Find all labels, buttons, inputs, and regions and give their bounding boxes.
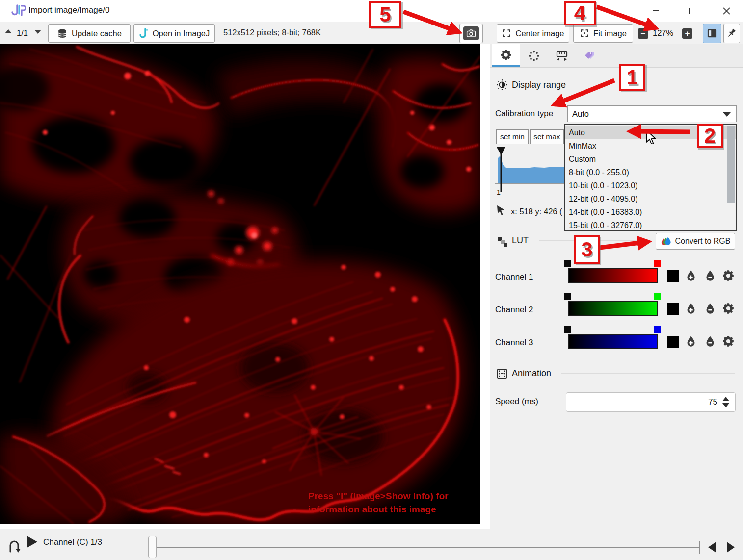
droplet-minus-icon[interactable] — [705, 270, 716, 283]
gear-icon[interactable] — [722, 302, 735, 315]
play-icon[interactable] — [27, 536, 37, 548]
update-cache-button[interactable]: Update cache — [48, 24, 131, 43]
sidebar-toggle-button[interactable] — [703, 24, 721, 43]
center-corners-icon — [502, 28, 511, 38]
center-image-label: Center image — [515, 29, 564, 38]
tab-display-settings[interactable] — [492, 44, 520, 67]
minimize-button[interactable] — [644, 0, 667, 22]
channel-1-min-color-chip[interactable] — [564, 260, 571, 267]
channel-2-lut-bar[interactable] — [568, 301, 658, 316]
channel-1-max-color-chip[interactable] — [654, 260, 661, 267]
open-in-imagej-button[interactable]: Open in ImageJ — [133, 24, 215, 43]
callout-1: 1 — [619, 64, 645, 91]
gear-icon[interactable] — [722, 335, 735, 348]
speed-label: Speed (ms) — [495, 397, 538, 407]
tab-roi[interactable] — [520, 44, 548, 67]
channel-3-lut-bar[interactable] — [568, 334, 658, 349]
histogram-min-label: 1 — [497, 188, 501, 196]
gear-icon — [500, 49, 512, 61]
maximize-button[interactable] — [680, 0, 704, 22]
slider-handle[interactable] — [148, 536, 157, 558]
chevron-down-icon[interactable] — [34, 30, 41, 34]
burned-in-caption: Press "i" (Image>Show Info) for informat… — [308, 489, 478, 516]
animation-header: Animation — [512, 368, 551, 379]
slider-end-cap — [699, 541, 700, 554]
center-image-button[interactable]: Center image — [497, 24, 569, 43]
loop-icon[interactable] — [7, 539, 22, 555]
caption-line-1: Press "i" (Image>Show Info) for — [308, 489, 478, 503]
lut-header: LUT — [512, 235, 529, 246]
spinner-down-icon[interactable] — [722, 403, 729, 407]
convert-to-rgb-button[interactable]: Convert to RGB — [656, 233, 735, 250]
snapshot-button[interactable] — [459, 24, 483, 43]
tab-measure[interactable] — [548, 44, 576, 67]
spinner-up-icon[interactable] — [722, 397, 729, 401]
cursor-arrow-icon — [496, 205, 506, 216]
camera-icon — [463, 26, 479, 40]
pin-panel-button[interactable] — [723, 24, 740, 43]
droplet-plus-icon[interactable] — [686, 270, 696, 283]
mouse-cursor — [646, 129, 658, 144]
slider-track[interactable] — [157, 547, 699, 548]
slider-tick — [410, 541, 410, 554]
zoom-in-button[interactable]: + — [682, 28, 692, 39]
fluorescence-image — [0, 44, 480, 524]
channel-1-color-button[interactable] — [667, 270, 679, 282]
close-button[interactable] — [715, 0, 738, 22]
speed-spinner[interactable]: 75 — [566, 392, 736, 412]
open-in-imagej-label: Open in ImageJ — [153, 29, 210, 38]
dropdown-option-14bit[interactable]: 14-bit (0.0 - 16383.0) — [565, 205, 736, 219]
dropdown-scrollbar-thumb[interactable] — [727, 126, 735, 203]
calibration-type-label: Calibration type — [495, 109, 553, 119]
update-cache-label: Update cache — [72, 29, 122, 38]
chevron-down-icon — [723, 112, 731, 117]
settings-panel: Display range Calibration type Auto set … — [490, 44, 743, 529]
image-canvas[interactable]: Press "i" (Image>Show Info) for informat… — [0, 44, 480, 524]
fit-image-label: Fit image — [593, 29, 627, 38]
slider-prev-icon[interactable] — [708, 542, 716, 553]
channel-2-color-button[interactable] — [667, 303, 679, 315]
tab-tags[interactable] — [576, 44, 604, 67]
channel-3-min-color-chip[interactable] — [564, 326, 571, 333]
droplet-minus-icon[interactable] — [705, 303, 716, 316]
zoom-out-button[interactable]: − — [638, 28, 648, 39]
brightness-icon — [496, 79, 508, 91]
toolbar-divider — [490, 22, 490, 45]
speed-value: 75 — [708, 397, 717, 407]
set-min-button[interactable]: set min — [496, 129, 529, 144]
caption-line-2: information about this image — [308, 503, 478, 516]
set-max-button[interactable]: set max — [530, 129, 564, 144]
channel-2-label: Channel 2 — [495, 305, 533, 315]
dropdown-option-custom[interactable]: Custom — [565, 153, 736, 166]
channel-1-lut-bar[interactable] — [568, 268, 658, 283]
channel-slider-label: Channel (C) 1/3 — [43, 537, 102, 547]
dropdown-option-10bit[interactable]: 10-bit (0.0 - 1023.0) — [565, 179, 736, 192]
droplet-plus-icon[interactable] — [686, 303, 696, 316]
slice-slider-bar: Channel (C) 1/3 — [0, 529, 743, 560]
dropdown-option-15bit[interactable]: 15-bit (0.0 - 32767.0) — [565, 219, 736, 232]
display-range-header: Display range — [512, 80, 566, 90]
callout-4: 4 — [564, 1, 596, 25]
channel-2-min-color-chip[interactable] — [564, 293, 571, 300]
calibration-type-select[interactable]: Auto — [567, 105, 737, 122]
channel-3-label: Channel 3 — [495, 338, 533, 348]
dropdown-option-8bit[interactable]: 8-bit (0.0 - 255.0) — [565, 166, 736, 179]
callout-3: 3 — [574, 235, 600, 264]
jipipe-logo-icon — [11, 4, 26, 17]
callout-5: 5 — [369, 1, 401, 28]
dropdown-option-12bit[interactable]: 12-bit (0.0 - 4095.0) — [565, 192, 736, 205]
sidebar-toggle-icon — [707, 28, 717, 38]
chevron-up-icon[interactable] — [5, 29, 12, 33]
channel-3-color-button[interactable] — [667, 336, 679, 348]
channel-3-max-color-chip[interactable] — [654, 326, 661, 333]
gear-icon[interactable] — [722, 269, 735, 282]
film-icon — [496, 368, 508, 380]
droplet-plus-icon[interactable] — [686, 335, 696, 349]
slider-next-icon[interactable] — [727, 542, 735, 553]
droplet-minus-icon[interactable] — [705, 335, 716, 349]
fit-image-button[interactable]: Fit image — [573, 24, 633, 43]
tags-icon — [584, 50, 596, 62]
channel-2-max-color-chip[interactable] — [654, 293, 661, 300]
section-divider — [593, 85, 735, 85]
window-title: Import image/Image/0 — [28, 5, 109, 15]
